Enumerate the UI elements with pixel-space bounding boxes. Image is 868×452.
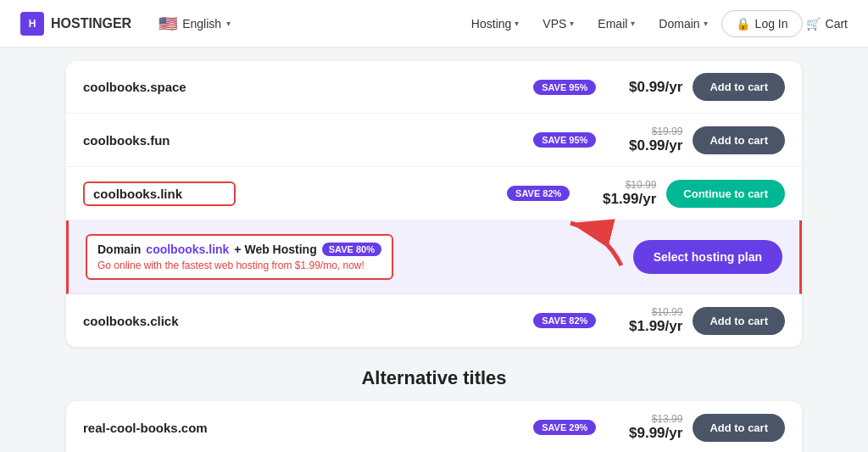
price-current: $0.99/yr (606, 137, 682, 154)
table-row: coolbooks.fun SAVE 95% $19.99 $0.99/yr A… (66, 114, 802, 167)
flag-icon: 🇺🇸 (159, 14, 177, 33)
login-label: Log In (755, 17, 788, 31)
bundle-domain-link: coolbooks.link (146, 243, 229, 256)
bundle-subtitle: Go online with the fastest web hosting f… (97, 259, 381, 271)
add-to-cart-button[interactable]: Add to cart (693, 126, 785, 154)
table-row: coolbooks.space SAVE 95% $0.99/yr Add to… (66, 61, 802, 114)
domain-results-card: coolbooks.space SAVE 95% $0.99/yr Add to… (66, 61, 802, 347)
hosting-label: Hosting (471, 17, 511, 31)
save-badge: SAVE 82% (533, 313, 596, 328)
price-block: $13.99 $9.99/yr (606, 413, 682, 442)
price-current: $1.99/yr (606, 318, 682, 335)
table-row: coolbooks.link SAVE 82% $10.99 $1.99/yr … (66, 167, 802, 220)
domain-name: real-cool-books.com (83, 421, 236, 435)
logo-text: HOSTINGER (51, 16, 131, 31)
lang-chevron-icon: ▾ (226, 19, 231, 28)
price-current: $1.99/yr (580, 191, 656, 208)
bundle-prefix: Domain (97, 243, 141, 256)
save-badge: SAVE 95% (533, 132, 596, 148)
price-original: $19.99 (606, 126, 682, 137)
vps-chevron-icon: ▾ (570, 19, 574, 28)
price-original: $13.99 (606, 413, 682, 425)
price-block: $10.99 $1.99/yr (580, 179, 656, 208)
email-label: Email (598, 17, 627, 31)
price-current: $0.99/yr (606, 79, 682, 96)
table-row: real-cool-books.com SAVE 29% $13.99 $9.9… (66, 401, 802, 452)
bundle-save-badge: SAVE 80% (322, 243, 381, 256)
domain-name-highlighted: coolbooks.link (83, 181, 236, 206)
price-current: $9.99/yr (606, 425, 682, 442)
navbar: H HOSTINGER 🇺🇸 English ▾ Hosting ▾ VPS ▾… (0, 0, 868, 47)
cart-label: Cart (826, 17, 848, 31)
logo-icon: H (20, 12, 44, 36)
nav-email[interactable]: Email ▾ (587, 10, 645, 37)
select-hosting-plan-button[interactable]: Select hosting plan (633, 240, 782, 274)
nav-hosting[interactable]: Hosting ▾ (461, 10, 529, 37)
login-button[interactable]: 🔒 Log In (721, 10, 803, 37)
language-selector[interactable]: 🇺🇸 English ▾ (159, 14, 231, 33)
domain-name: coolbooks.click (83, 314, 236, 328)
continue-to-cart-button[interactable]: Continue to cart (666, 180, 785, 208)
bundle-suffix: + Web Hosting (234, 243, 316, 256)
domain-name: coolbooks.fun (83, 133, 236, 148)
lock-icon: 🔒 (736, 17, 750, 31)
price-original: $10.99 (606, 306, 682, 318)
alternative-results-card: real-cool-books.com SAVE 29% $13.99 $9.9… (66, 401, 802, 452)
vps-label: VPS (542, 17, 566, 31)
nav-domain[interactable]: Domain ▾ (648, 10, 717, 37)
bundle-offer-box: Domain coolbooks.link + Web Hosting SAVE… (86, 234, 393, 280)
price-block: $10.99 $1.99/yr (606, 306, 682, 335)
email-chevron-icon: ▾ (631, 19, 635, 28)
hosting-chevron-icon: ▾ (515, 19, 519, 28)
bundle-title: Domain coolbooks.link + Web Hosting SAVE… (97, 243, 381, 256)
red-arrow-icon (554, 215, 630, 274)
page-content: coolbooks.space SAVE 95% $0.99/yr Add to… (53, 47, 815, 452)
price-block: $0.99/yr (606, 79, 682, 96)
logo: H HOSTINGER (20, 12, 131, 36)
save-badge: SAVE 95% (533, 80, 596, 95)
alternative-section-title: Alternative titles (66, 367, 802, 389)
domain-label: Domain (659, 17, 699, 31)
add-to-cart-button[interactable]: Add to cart (693, 73, 785, 101)
domain-name: coolbooks.space (83, 80, 236, 94)
cart-button[interactable]: 🛒 Cart (806, 17, 848, 31)
price-block: $19.99 $0.99/yr (606, 126, 682, 154)
add-to-cart-button[interactable]: Add to cart (693, 307, 785, 335)
bundle-row: Domain coolbooks.link + Web Hosting SAVE… (66, 220, 802, 294)
domain-chevron-icon: ▾ (704, 19, 708, 28)
nav-links: Hosting ▾ VPS ▾ Email ▾ Domain ▾ 🔒 Log I… (461, 10, 848, 37)
table-row: coolbooks.click SAVE 82% $10.99 $1.99/yr… (66, 294, 802, 347)
add-to-cart-button[interactable]: Add to cart (693, 414, 785, 442)
language-label: English (182, 17, 221, 31)
save-badge: SAVE 82% (507, 186, 570, 201)
save-badge: SAVE 29% (533, 420, 596, 435)
nav-vps[interactable]: VPS ▾ (532, 10, 584, 37)
price-original: $10.99 (580, 179, 656, 191)
cart-icon: 🛒 (806, 17, 821, 31)
